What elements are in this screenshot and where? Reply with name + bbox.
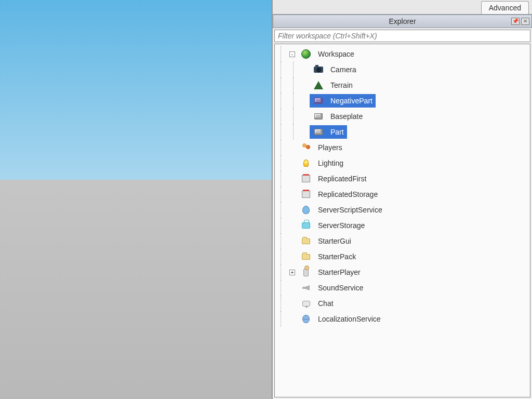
viewport-3d[interactable]	[0, 0, 272, 399]
tree-item[interactable]: Part	[275, 124, 530, 140]
close-icon: ✕	[523, 18, 527, 24]
folder-icon	[300, 235, 312, 247]
close-button[interactable]: ✕	[521, 18, 529, 25]
tree-item[interactable]: +StarterPlayer	[275, 264, 530, 280]
tree-guideline	[275, 249, 287, 264]
tree-item-content: Lighting	[297, 156, 347, 170]
tree-item[interactable]: Lighting	[275, 155, 530, 171]
tree-item-content: StarterGui	[297, 234, 354, 248]
expand-toggle[interactable]: +	[289, 270, 295, 275]
tree-item-label: StarterPlayer	[318, 268, 361, 276]
tree-guideline	[275, 311, 287, 327]
no-toggle	[302, 83, 308, 88]
tree-guideline	[275, 264, 287, 280]
sound-icon	[300, 282, 312, 294]
tree-item[interactable]: LocalizationService	[275, 311, 530, 327]
no-toggle	[289, 301, 295, 307]
tree-item[interactable]: Baseplate	[275, 109, 530, 124]
tree-guideline	[275, 109, 287, 124]
tree-guideline	[275, 62, 287, 77]
tree-guideline	[275, 140, 287, 155]
tree-guideline	[275, 77, 287, 93]
tree-item-label: StarterPack	[318, 252, 356, 261]
tree-item-content: Part	[310, 125, 347, 139]
tree-guideline	[287, 93, 300, 109]
tree-item-content: Terrain	[310, 78, 356, 92]
repl-icon	[300, 189, 312, 200]
tree-item-content: Baseplate	[310, 110, 366, 123]
repl-icon	[300, 173, 312, 184]
no-toggle	[302, 98, 308, 104]
collapse-toggle[interactable]: -	[289, 51, 295, 57]
explorer-tree[interactable]: -WorkspaceCameraTerrainNegativePartBasep…	[274, 44, 530, 397]
tree-item-label: SoundService	[318, 284, 363, 292]
sss-icon	[300, 204, 312, 216]
tree-item-content: NegativePart	[310, 94, 376, 108]
tree-item-content: ServerScriptService	[297, 203, 385, 217]
tree-item-label: Players	[318, 143, 342, 152]
tree-guideline	[275, 93, 287, 109]
explorer-title: Explorer	[389, 17, 416, 25]
local-icon	[300, 313, 312, 325]
tree-item-content: Workspace	[297, 47, 357, 61]
tree-item[interactable]: ReplicatedStorage	[275, 187, 530, 202]
terrain-icon	[313, 79, 324, 91]
no-toggle	[302, 114, 308, 119]
part-dark-icon	[313, 95, 324, 107]
tree-item-content: Players	[297, 141, 345, 154]
pin-button[interactable]: 📌	[511, 18, 520, 25]
tree-guideline	[287, 124, 300, 140]
tree-item-content: Chat	[297, 297, 337, 310]
part-icon	[313, 126, 324, 138]
ribbon-tab-row: Advanced	[273, 0, 532, 15]
tree-guideline	[275, 124, 287, 140]
tree-guideline	[275, 296, 287, 311]
no-toggle	[289, 285, 295, 291]
tree-item[interactable]: -Workspace	[275, 46, 530, 62]
tree-item[interactable]: ReplicatedFirst	[275, 171, 530, 187]
tree-item[interactable]: SoundService	[275, 280, 530, 296]
tab-advanced[interactable]: Advanced	[481, 1, 529, 14]
tree-guideline	[287, 77, 300, 93]
tree-guideline	[275, 218, 287, 233]
tree-item[interactable]: NegativePart	[275, 93, 530, 109]
explorer-header: Explorer 📌 ✕	[273, 15, 532, 28]
tree-item-label: Part	[330, 128, 344, 136]
tree-item[interactable]: Terrain	[275, 77, 530, 93]
lighting-icon	[300, 157, 312, 169]
tree-guideline	[275, 280, 287, 296]
no-toggle	[289, 192, 295, 197]
no-toggle	[289, 316, 295, 322]
folder-icon	[300, 251, 312, 262]
tree-item-label: StarterGui	[318, 237, 351, 245]
no-toggle	[289, 223, 295, 229]
tree-item[interactable]: ServerStorage	[275, 218, 530, 233]
tree-item[interactable]: StarterGui	[275, 233, 530, 249]
tree-item-label: ServerStorage	[318, 221, 365, 230]
tree-item[interactable]: ServerScriptService	[275, 202, 530, 218]
players-icon	[300, 142, 312, 153]
tree-item-label: ReplicatedStorage	[318, 190, 378, 198]
tree-item-content: StarterPlayer	[297, 265, 364, 279]
no-toggle	[289, 238, 295, 244]
tree-item[interactable]: Camera	[275, 62, 530, 77]
camera-icon	[313, 64, 324, 75]
no-toggle	[289, 145, 295, 151]
tree-item-content: LocalizationService	[297, 312, 384, 326]
tree-item[interactable]: Chat	[275, 296, 530, 311]
explorer-header-controls: 📌 ✕	[511, 18, 529, 25]
filter-box	[274, 30, 530, 42]
no-toggle	[289, 207, 295, 213]
tree-item-label: Baseplate	[330, 112, 363, 121]
tree-item[interactable]: StarterPack	[275, 249, 530, 264]
pin-icon: 📌	[512, 18, 518, 24]
no-toggle	[289, 176, 295, 182]
tree-item-label: Terrain	[330, 81, 353, 89]
tree-item-content: Camera	[310, 63, 360, 76]
tree-guideline	[275, 155, 287, 171]
tree-item-label: Lighting	[318, 159, 343, 167]
tree-item-label: Camera	[330, 65, 356, 74]
filter-input[interactable]	[274, 30, 530, 42]
globe-icon	[300, 48, 312, 60]
tree-item[interactable]: Players	[275, 140, 530, 155]
